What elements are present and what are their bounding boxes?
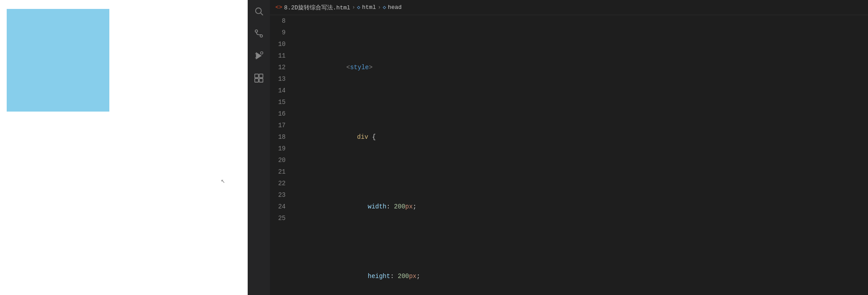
line-num-18: 18 — [270, 131, 286, 143]
breadcrumb-tag-icon2: ◇ — [383, 4, 386, 11]
line-num-9: 9 — [270, 27, 286, 38]
code-lines[interactable]: <style> div { width: 200px; height: 200p… — [295, 15, 868, 295]
breadcrumb-tag-icon1: ◇ — [357, 4, 360, 11]
code-line-10: width: 200px; — [295, 189, 868, 224]
cursor-indicator: ↖ — [221, 176, 225, 185]
line-numbers: 8 9 10 11 12 13 14 15 16 17 18 19 20 21 … — [270, 15, 295, 295]
line-num-17: 17 — [270, 120, 286, 131]
line-num-11: 11 — [270, 50, 286, 62]
line-num-22: 22 — [270, 178, 286, 189]
svg-point-7 — [261, 52, 263, 54]
svg-point-2 — [255, 30, 258, 33]
svg-rect-11 — [259, 79, 263, 82]
line-num-24: 24 — [270, 201, 286, 212]
run-debug-icon[interactable] — [248, 45, 270, 67]
preview-panel: ↖ — [0, 0, 248, 295]
line-num-20: 20 — [270, 154, 286, 166]
line-num-14: 14 — [270, 85, 286, 96]
code-line-8: <style> — [295, 50, 868, 85]
source-control-icon[interactable] — [248, 22, 270, 45]
breadcrumb-filename: 8.2D旋转综合写法.html — [284, 4, 350, 12]
code-editor[interactable]: 8 9 10 11 12 13 14 15 16 17 18 19 20 21 … — [270, 15, 868, 295]
line-num-10: 10 — [270, 38, 286, 50]
extensions-icon[interactable] — [248, 67, 270, 89]
breadcrumb-sep1: › — [352, 4, 355, 11]
line-num-16: 16 — [270, 108, 286, 120]
line-num-15: 15 — [270, 96, 286, 108]
svg-marker-4 — [256, 52, 262, 60]
line-num-25: 25 — [270, 212, 286, 224]
svg-rect-10 — [255, 79, 258, 82]
breadcrumb-html-label: html — [362, 4, 376, 11]
svg-rect-8 — [255, 74, 258, 78]
breadcrumb-html-segment: ◇ html — [357, 4, 376, 11]
editor-area: <> 8.2D旋转综合写法.html › ◇ html › ◇ head 8 9… — [270, 0, 868, 295]
html-file-icon: <> — [275, 4, 282, 11]
breadcrumb-head-label: head — [388, 4, 402, 11]
line-num-21: 21 — [270, 166, 286, 178]
line-num-23: 23 — [270, 189, 286, 201]
breadcrumb-head-segment: ◇ head — [383, 4, 402, 11]
line-num-12: 12 — [270, 62, 286, 73]
line-num-19: 19 — [270, 143, 286, 154]
code-line-9: div { — [295, 120, 868, 154]
line-num-13: 13 — [270, 73, 286, 85]
code-line-11: height: 200px; — [295, 259, 868, 294]
search-icon[interactable] — [248, 0, 270, 22]
svg-rect-9 — [259, 74, 263, 78]
svg-line-1 — [261, 13, 263, 15]
breadcrumb: <> 8.2D旋转综合写法.html › ◇ html › ◇ head — [270, 0, 868, 15]
breadcrumb-sep2: › — [378, 4, 381, 11]
svg-point-0 — [256, 8, 262, 14]
preview-skyblue-box — [7, 9, 109, 112]
line-num-8: 8 — [270, 15, 286, 27]
breadcrumb-html-file: <> 8.2D旋转综合写法.html — [275, 4, 350, 12]
activity-bar — [248, 0, 270, 295]
